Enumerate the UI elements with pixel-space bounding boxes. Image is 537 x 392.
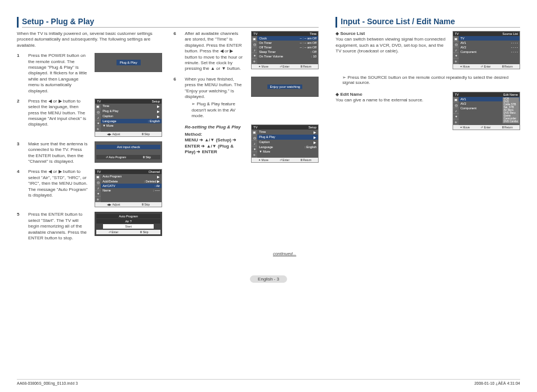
osd-icon-column: ▣◎♪✦⎆ (453, 97, 459, 125)
step-1: 1 Press the POWER button on the remote c… (17, 53, 162, 94)
step-num: 3 (17, 141, 23, 146)
osd-icon-column: ▣◎♪✦⎆ (252, 36, 257, 64)
page-footer: English - 3 (0, 275, 537, 283)
step-text: Press the ◀ or ▶ button to select "Air",… (28, 169, 89, 198)
step-text: Make sure that the antenna is connected … (28, 141, 89, 165)
edit-name-section: Edit Name You can give a name to the ext… (335, 92, 520, 130)
osd-icon-column: ▣◎♪✦⎆ (95, 174, 101, 202)
osd-channel-label: Channel (149, 170, 160, 173)
osd-ant-label: Ant input check (96, 145, 160, 149)
osd-plug-and-play: Plug & Play (95, 53, 162, 72)
step-6b: 6 When you have finished, press the MENU… (173, 77, 319, 119)
step-3: 3 Make sure that the antenna is connecte… (17, 141, 162, 165)
osd-enjoy: Enjoy your watching (251, 77, 319, 97)
source-list-head: Source List (341, 31, 365, 36)
setup-title: Setup - Plug & Play (22, 17, 319, 28)
osd-pnp-label: Plug & Play (117, 60, 141, 65)
step-num: 1 (17, 53, 23, 58)
footer-date: 2008-01-10 ¿ÀÈÄ 4:31:04 (475, 381, 520, 385)
print-footer: AA68-03806S_00Eng_0110.indd 3 2008-01-10… (17, 379, 520, 385)
step-text: Press the ◀ or ▶ button to select the la… (28, 99, 89, 128)
page-number-pill: English - 3 (250, 275, 287, 283)
step-2: 2 Press the ◀ or ▶ button to select the … (17, 99, 162, 137)
osd-row-pnp: Plug & Play (102, 109, 118, 113)
reset-heading: Re-setting the Plug & Play (185, 124, 245, 130)
step-num: 2 (17, 99, 23, 104)
osd-name-options: VCR DVD Cable STB Sat. STB AV Recv. DVD … (503, 97, 519, 123)
osd-icon-column: ▣◎♪✦⎆ (252, 130, 257, 158)
step-text: When you have finished, press the MENU b… (185, 77, 245, 119)
step-num: 6 (173, 77, 179, 82)
step-5: 5 Press the ENTER button to select "Star… (17, 212, 162, 241)
osd-ant-check: Ant input check ⏎ Auto ProgramⅢ Skip (95, 141, 162, 163)
reset-method: MENU ➔ ▲/▼ (Setup) ➔ ENTER ➔ ▲/▼ (Plug &… (185, 137, 236, 154)
osd-row-language: Language (102, 119, 116, 123)
step-text: Press the ENTER button to select "Start"… (28, 212, 89, 241)
osd-edit-name: TVEdit Name ▣◎♪✦⎆ AV1: ---- AV2: ---- Co… (453, 92, 520, 130)
input-title: Input - Source List / Edit Name (341, 17, 520, 28)
continued-label: continued... (17, 251, 319, 256)
osd-setup-menu: TVSetup ▣◎♪✦⎆ Time▶ Plug & Play▶ Caption… (95, 99, 162, 137)
step-text: Press the POWER button on the remote con… (28, 53, 89, 94)
osd-icon-column: ▣◎♪✦⎆ (453, 36, 459, 64)
reset-section: Re-setting the Plug & Play Method:MENU ➔… (173, 124, 319, 163)
source-note: Press the SOURCE button on the remote co… (342, 75, 520, 85)
osd-tv-label: TV (97, 100, 101, 103)
step-text: After all available channels are stored,… (185, 31, 245, 72)
footer-file: AA68-03806S_00Eng_0110.indd 3 (17, 381, 78, 385)
osd-row-time: Time (102, 104, 109, 108)
edit-name-text: You can give a name to the external sour… (335, 97, 448, 103)
osd-auto-program: Auto Program Air ? Start ⏎ EnterⅢ Skip (95, 212, 162, 236)
osd-setup-label: Setup (152, 100, 160, 103)
step-num: 6 (173, 31, 179, 36)
source-list-section: Source List You can switch between viewi… (335, 31, 520, 69)
step-num: 4 (17, 169, 23, 174)
step-4: 4 Press the ◀ or ▶ button to select "Air… (17, 169, 162, 207)
step-6: 6 After all available channels are store… (173, 31, 319, 72)
osd-time-menu: TVTime ▣◎♪✦⎆ Clock-- : -- am Off On Time… (251, 31, 319, 69)
osd-start-button: Start (103, 224, 154, 229)
step-num: 5 (17, 212, 23, 217)
note-pnp-av: Plug & Play feature doesn't work in the … (191, 101, 245, 119)
osd-reset-setup: TVSetup ▣◎♪✦⎆ Time▶ Plug & Play▶ Caption… (251, 124, 319, 163)
osd-row-more: ▼ More (102, 124, 114, 127)
osd-row-caption: Caption (102, 114, 113, 118)
osd-icon-column: ▣◎♪✦⎆ (95, 104, 101, 132)
source-list-text: You can switch between viewing signal fr… (335, 37, 448, 54)
intro-text: When the TV is initially powered on, sev… (17, 31, 162, 48)
edit-name-head: Edit Name (341, 92, 363, 97)
osd-source-list: TVSource List ▣◎♪✦⎆ TV AV1- - - - AV2- -… (453, 31, 520, 69)
osd-channel-menu: TVChannel ▣◎♪✦⎆ Auto Program▶ Add/Delete… (95, 169, 162, 207)
